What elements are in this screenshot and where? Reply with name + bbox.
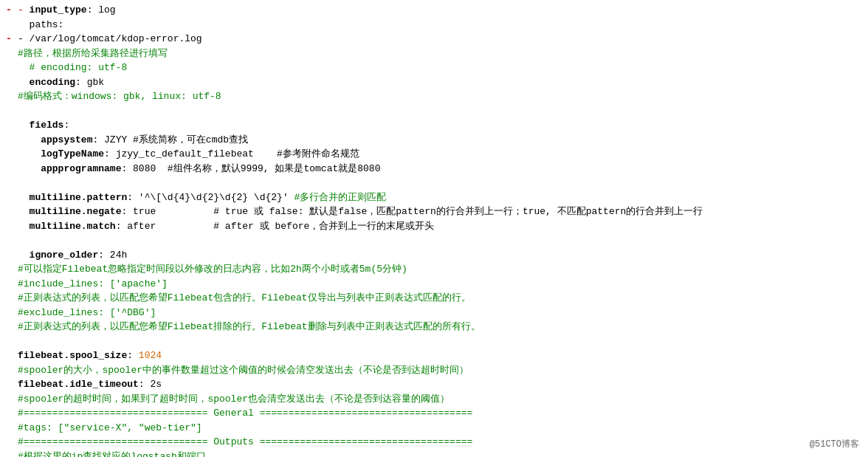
code-line: #tags: ["service-X", "web-tier"] — [6, 421, 862, 436]
code-token: - /var/log/tomcat/kdop-error.log — [18, 33, 202, 44]
code-line — [6, 176, 862, 190]
code-token: multiline.match — [30, 221, 116, 232]
code-token: #================================ Output… — [18, 436, 472, 447]
line-content: logTypeName: jzyy_tc_default_filebeat #参… — [18, 147, 862, 162]
code-token — [18, 221, 30, 232]
line-content: appprogramname: 8080 #组件名称，默认9999, 如果是to… — [18, 162, 862, 176]
line-content: #正则表达式的列表，以匹配您希望Filebeat包含的行。Filebeat仅导出… — [18, 291, 862, 306]
code-line: #编码格式：windows: gbk, linux: utf-8 — [6, 89, 862, 104]
code-token — [18, 77, 30, 88]
code-token: #tags: ["service-X", "web-tier"] — [18, 422, 202, 433]
code-line: #正则表达式的列表，以匹配您希望Filebeat排除的行。Filebeat删除与… — [6, 320, 862, 334]
code-token: : 24h — [98, 250, 127, 261]
code-token: #编码格式：windows: gbk, linux: utf-8 — [18, 91, 221, 102]
code-line — [6, 104, 862, 119]
line-content: #正则表达式的列表，以匹配您希望Filebeat排除的行。Filebeat删除与… — [18, 320, 862, 334]
code-token: # encoding: utf-8 — [18, 62, 127, 73]
code-token: #路径，根据所给采集路径进行填写 — [18, 48, 168, 59]
code-token: : JZYY #系统简称，可在cmdb查找 — [92, 134, 248, 145]
code-token: multiline.pattern — [30, 192, 128, 203]
code-token: filebeat.idle_timeout — [18, 379, 139, 390]
code-token: : — [127, 192, 139, 203]
code-line: #根据这里的ip查找对应的logstash和端口 — [6, 450, 862, 458]
code-line — [6, 233, 862, 248]
code-token: multiline.negate — [30, 206, 122, 217]
line-content: fields: — [18, 118, 862, 133]
code-line: multiline.match: after # after 或 before，… — [6, 219, 862, 234]
line-content: multiline.negate: true # true 或 false: 默… — [18, 205, 862, 219]
code-token: : true # true 或 false: 默认是false，匹配patter… — [121, 206, 703, 217]
code-token: : jzyy_tc_default_filebeat #参考附件命名规范 — [104, 148, 359, 159]
code-token — [18, 163, 41, 174]
line-content: #spooler的超时时间，如果到了超时时间，spooler也会清空发送出去（不… — [18, 392, 862, 407]
code-line: #正则表达式的列表，以匹配您希望Filebeat包含的行。Filebeat仅导出… — [6, 291, 862, 306]
code-token — [18, 120, 30, 131]
code-line: logTypeName: jzyy_tc_default_filebeat #参… — [6, 147, 862, 162]
code-token: : after # after 或 before，合并到上一行的末尾或开头 — [116, 221, 435, 232]
code-line: appprogramname: 8080 #组件名称，默认9999, 如果是to… — [6, 162, 862, 176]
code-token: #spooler的大小，spooler中的事件数量超过这个阈值的时候会清空发送出… — [18, 365, 469, 376]
code-token: #include_lines: ['apache'] — [18, 278, 168, 289]
line-content: #include_lines: ['apache'] — [18, 277, 862, 292]
line-content: - input_type: log — [18, 3, 862, 18]
code-editor: -- input_type: log paths:-- /var/log/tom… — [0, 0, 868, 457]
line-content: paths: — [18, 18, 862, 32]
code-line: encoding: gbk — [6, 75, 862, 90]
code-line: #include_lines: ['apache'] — [6, 277, 862, 292]
code-line: ignore_older: 24h — [6, 248, 862, 263]
code-token — [18, 192, 30, 203]
code-line: multiline.pattern: '^\[\d{4}\d{2}\d{2} \… — [6, 190, 862, 205]
code-token: logTypeName — [41, 148, 104, 159]
code-token: #多行合并的正则匹配 — [289, 192, 387, 203]
code-line: #路径，根据所给采集路径进行填写 — [6, 47, 862, 61]
code-line: filebeat.idle_timeout: 2s — [6, 377, 862, 392]
line-content: multiline.match: after # after 或 before，… — [18, 219, 862, 234]
code-token: : gbk — [75, 77, 104, 88]
code-line: -- input_type: log — [6, 3, 862, 18]
code-token: ignore_older — [30, 250, 99, 261]
code-line: #================================ Genera… — [6, 406, 862, 421]
line-content: #spooler的大小，spooler中的事件数量超过这个阈值的时候会清空发送出… — [18, 363, 862, 378]
line-content: # encoding: utf-8 — [18, 61, 862, 75]
code-token: : — [63, 120, 69, 131]
code-token: : log — [87, 4, 116, 16]
line-content: #根据这里的ip查找对应的logstash和端口 — [18, 450, 862, 458]
code-token: '^\[\d{4}\d{2}\d{2} \d{2}' — [139, 192, 289, 203]
line-content: #编码格式：windows: gbk, linux: utf-8 — [18, 89, 862, 104]
code-token: input_type — [30, 4, 87, 16]
code-line — [6, 334, 862, 349]
code-line: multiline.negate: true # true 或 false: 默… — [6, 205, 862, 219]
line-content: - /var/log/tomcat/kdop-error.log — [18, 32, 862, 47]
line-content: appsystem: JZYY #系统简称，可在cmdb查找 — [18, 133, 862, 148]
line-content: filebeat.spool_size: 1024 — [18, 348, 862, 363]
code-token: - — [18, 4, 30, 16]
code-token — [18, 206, 30, 217]
code-token: #根据这里的ip查找对应的logstash和端口 — [18, 451, 206, 458]
code-token: encoding — [30, 77, 75, 88]
code-token: #正则表达式的列表，以匹配您希望Filebeat排除的行。Filebeat删除与… — [18, 321, 480, 332]
code-token: appprogramname — [41, 163, 121, 174]
line-content: #================================ Output… — [18, 435, 862, 450]
line-content: #tags: ["service-X", "web-tier"] — [18, 421, 862, 436]
code-token: paths: — [18, 19, 63, 30]
code-line: #spooler的超时时间，如果到了超时时间，spooler也会清空发送出去（不… — [6, 392, 862, 407]
code-token: 1024 — [139, 350, 162, 361]
line-content: #路径，根据所给采集路径进行填写 — [18, 47, 862, 61]
code-token: filebeat.spool_size — [18, 350, 127, 361]
line-content: ignore_older: 24h — [18, 248, 862, 263]
code-line: -- /var/log/tomcat/kdop-error.log — [6, 32, 862, 47]
code-token: #可以指定Filebeat忽略指定时间段以外修改的日志内容，比如2h两个小时或者… — [18, 264, 407, 275]
code-token: : 2s — [139, 379, 162, 390]
code-line: #================================ Output… — [6, 435, 862, 450]
code-token: appsystem — [41, 134, 92, 145]
code-token: #spooler的超时时间，如果到了超时时间，spooler也会清空发送出去（不… — [18, 394, 450, 405]
line-content: multiline.pattern: '^\[\d{4}\d{2}\d{2} \… — [18, 190, 862, 205]
code-line: filebeat.spool_size: 1024 — [6, 348, 862, 363]
code-token: #================================ Genera… — [18, 408, 472, 419]
watermark: @51CTO博客 — [810, 438, 859, 451]
line-content: filebeat.idle_timeout: 2s — [18, 377, 862, 392]
line-content: #================================ Genera… — [18, 406, 862, 421]
code-token: : — [127, 350, 139, 361]
code-line: fields: — [6, 118, 862, 133]
code-token — [18, 134, 41, 145]
